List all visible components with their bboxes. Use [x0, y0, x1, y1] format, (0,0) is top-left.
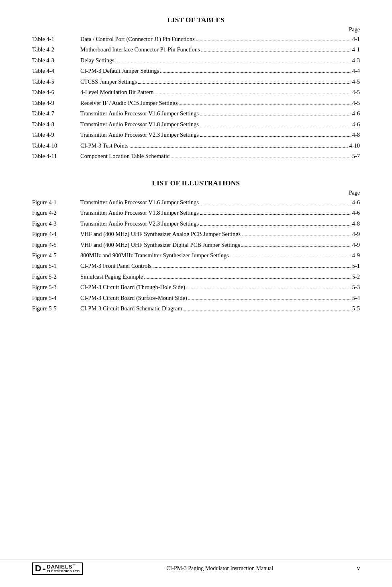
- table-row: Table 4-2 Motherboard Interface Connecto…: [32, 44, 360, 55]
- table-title: Transmitter Audio Processor V1.6 Jumper …: [76, 108, 360, 119]
- figure-title: Transmitter Audio Processor V2.3 Jumper …: [76, 218, 360, 229]
- footer-page-number: v: [357, 565, 360, 572]
- figure-title: VHF and (400 MHz) UHF Synthesizer Analog…: [76, 229, 360, 239]
- figure-id: Figure 4-5: [32, 250, 76, 261]
- table-title: Motherboard Interface Connector P1 Pin F…: [76, 44, 360, 55]
- list-item: Figure 4-5 800MHz and 900MHz Transmitter…: [32, 250, 360, 261]
- illustrations-toc: Figure 4-1 Transmitter Audio Processor V…: [32, 197, 360, 314]
- table-row: Table 4-3 Delay Settings 4-3: [32, 55, 360, 66]
- tables-page-col-label: Page: [349, 27, 360, 33]
- tables-toc: Table 4-1 Data / Control Port (Connector…: [32, 34, 360, 162]
- table-title: Transmitter Audio Processor V1.8 Jumper …: [76, 119, 360, 129]
- figure-title: Transmitter Audio Processor V1.8 Jumper …: [76, 207, 360, 218]
- table-row: Table 4-7 Transmitter Audio Processor V1…: [32, 108, 360, 119]
- logo: D = DANIELS™ ELECTRONICS LTD: [32, 562, 83, 575]
- list-item: Figure 4-5 VHF and (400 MHz) UHF Synthes…: [32, 240, 360, 250]
- table-id: Table 4-9: [32, 98, 76, 108]
- logo-d-letter: D: [35, 564, 41, 573]
- illustrations-page-col-label: Page: [349, 190, 360, 196]
- table-row: Table 4-5 CTCSS Jumper Settings 4-5: [32, 76, 360, 87]
- table-id: Table 4-3: [32, 55, 76, 66]
- table-id: Table 4-4: [32, 66, 76, 76]
- table-id: Table 4-11: [32, 151, 76, 161]
- table-title: CI-PM-3 Test Points 4-10: [76, 140, 360, 151]
- figure-id: Figure 5-1: [32, 261, 76, 271]
- figure-title: VHF and (400 MHz) UHF Synthesizer Digita…: [76, 240, 360, 250]
- list-item: Figure 5-2 Simulcast Paging Example 5-2: [32, 271, 360, 282]
- table-id: Table 4-9: [32, 129, 76, 140]
- table-title: Data / Control Port (Connector J1) Pin F…: [76, 34, 360, 44]
- figure-title: CI-PM-3 Circuit Board Schematic Diagram …: [76, 303, 360, 314]
- table-title: Receiver IF / Audio PCB Jumper Settings …: [76, 98, 360, 108]
- logo-text-block: DANIELS™ ELECTRONICS LTD: [47, 564, 80, 573]
- figure-id: Figure 4-2: [32, 207, 76, 218]
- list-item: Figure 4-4 VHF and (400 MHz) UHF Synthes…: [32, 229, 360, 239]
- figure-id: Figure 5-2: [32, 271, 76, 282]
- table-title: Transmitter Audio Processor V2.3 Jumper …: [76, 129, 360, 140]
- figure-title: CI-PM-3 Front Panel Controls 5-1: [76, 261, 360, 271]
- table-row: Table 4-4 CI-PM-3 Default Jumper Setting…: [32, 66, 360, 76]
- list-item: Figure 5-1 CI-PM-3 Front Panel Controls …: [32, 261, 360, 271]
- list-item: Figure 4-2 Transmitter Audio Processor V…: [32, 207, 360, 218]
- figure-title: Transmitter Audio Processor V1.6 Jumper …: [76, 197, 360, 207]
- figure-id: Figure 5-3: [32, 282, 76, 292]
- table-id: Table 4-8: [32, 119, 76, 129]
- figure-id: Figure 4-1: [32, 197, 76, 207]
- table-row: Table 4-10 CI-PM-3 Test Points 4-10: [32, 140, 360, 151]
- figure-id: Figure 4-5: [32, 240, 76, 250]
- table-row: Table 4-9 Receiver IF / Audio PCB Jumper…: [32, 98, 360, 108]
- figure-id: Figure 4-4: [32, 229, 76, 239]
- footer: D = DANIELS™ ELECTRONICS LTD CI-PM-3 Pag…: [0, 560, 392, 575]
- table-id: Table 4-5: [32, 76, 76, 87]
- table-id: Table 4-1: [32, 34, 76, 44]
- list-item: Figure 5-5 CI-PM-3 Circuit Board Schemat…: [32, 303, 360, 314]
- logo-equals: =: [43, 566, 46, 572]
- table-row: Table 4-9 Transmitter Audio Processor V2…: [32, 129, 360, 140]
- table-row: Table 4-11 Component Location Table Sche…: [32, 151, 360, 161]
- list-item: Figure 4-3 Transmitter Audio Processor V…: [32, 218, 360, 229]
- figure-title: 800MHz and 900MHz Transmitter Synthesize…: [76, 250, 360, 261]
- illustrations-section-title: LIST OF ILLUSTRATIONS: [32, 179, 360, 187]
- logo-electronics: ELECTRONICS LTD: [47, 570, 80, 573]
- logo-tm: ™: [73, 564, 76, 567]
- table-row: Table 4-8 Transmitter Audio Processor V1…: [32, 119, 360, 129]
- figure-id: Figure 4-3: [32, 218, 76, 229]
- table-id: Table 4-7: [32, 108, 76, 119]
- table-title: Component Location Table Schematic 5-7: [76, 151, 360, 161]
- figure-id: Figure 5-5: [32, 303, 76, 314]
- list-item: Figure 5-4 CI-PM-3 Circuit Board (Surfac…: [32, 293, 360, 303]
- table-title: 4-Level Modulation Bit Pattern 4-5: [76, 87, 360, 97]
- figure-title: CI-PM-3 Circuit Board (Surface-Mount Sid…: [76, 293, 360, 303]
- figure-title: CI-PM-3 Circuit Board (Through-Hole Side…: [76, 282, 360, 292]
- tables-section-title: LIST OF TABLES: [32, 16, 360, 24]
- table-row: Table 4-6 4-Level Modulation Bit Pattern…: [32, 87, 360, 97]
- figure-title: Simulcast Paging Example 5-2: [76, 271, 360, 282]
- table-id: Table 4-6: [32, 87, 76, 97]
- list-item: Figure 4-1 Transmitter Audio Processor V…: [32, 197, 360, 207]
- figure-id: Figure 5-4: [32, 293, 76, 303]
- logo-daniels: DANIELS™: [47, 564, 80, 570]
- table-title: Delay Settings 4-3: [76, 55, 360, 66]
- footer-manual-title: CI-PM-3 Paging Modulator Instruction Man…: [166, 565, 273, 572]
- table-title: CI-PM-3 Default Jumper Settings 4-4: [76, 66, 360, 76]
- page: LIST OF TABLES Page Table 4-1 Data / Con…: [0, 0, 392, 587]
- table-title: CTCSS Jumper Settings 4-5: [76, 76, 360, 87]
- list-item: Figure 5-3 CI-PM-3 Circuit Board (Throug…: [32, 282, 360, 292]
- logo-box: D = DANIELS™ ELECTRONICS LTD: [32, 562, 83, 575]
- table-id: Table 4-10: [32, 140, 76, 151]
- table-row: Table 4-1 Data / Control Port (Connector…: [32, 34, 360, 44]
- table-id: Table 4-2: [32, 44, 76, 55]
